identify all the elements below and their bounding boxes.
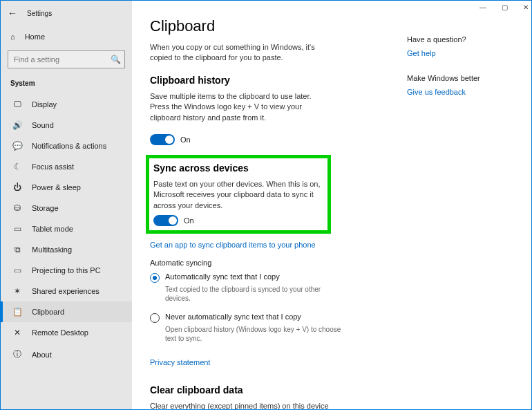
sidebar-item-label: Display xyxy=(32,100,57,109)
radio-auto-label: Automatically sync text that I copy xyxy=(165,272,280,281)
sidebar-item-label: Tablet mode xyxy=(32,225,73,233)
history-heading: Clipboard history xyxy=(150,75,393,86)
aside: Have a question? Get help Make Windows b… xyxy=(407,1,531,409)
sidebar-item-label: Notifications & actions xyxy=(32,142,106,150)
sidebar-item-display[interactable]: 🖵Display xyxy=(1,94,132,115)
radio-never-label: Never automatically sync text that I cop… xyxy=(165,313,301,321)
search-icon: 🔍 xyxy=(111,55,121,64)
autosync-heading: Automatic syncing xyxy=(150,259,393,267)
page-title: Clipboard xyxy=(150,17,393,35)
clear-heading: Clear clipboard data xyxy=(150,384,393,395)
nav-icon: ⛁ xyxy=(12,203,22,213)
better-heading: Make Windows better xyxy=(407,74,524,82)
sidebar-item-clipboard[interactable]: 📋Clipboard xyxy=(1,301,132,322)
back-button[interactable]: ← xyxy=(8,8,17,19)
sidebar-item-label: Remote Desktop xyxy=(32,328,88,337)
sidebar-item-label: Sound xyxy=(32,121,54,129)
sidebar-item-notifications-actions[interactable]: 💬Notifications & actions xyxy=(1,136,132,156)
search-box[interactable]: 🔍 xyxy=(8,50,125,68)
minimize-button[interactable]: — xyxy=(479,3,486,11)
nav-icon: ⏻ xyxy=(12,183,22,192)
sidebar-item-focus-assist[interactable]: ☾Focus assist xyxy=(1,156,132,177)
sync-heading: Sync across devices xyxy=(153,162,323,174)
sync-highlight: Sync across devices Paste text on your o… xyxy=(146,155,331,234)
radio-auto-sub: Text copied to the clipboard is synced t… xyxy=(165,285,345,303)
sidebar-item-shared-experiences[interactable]: ✶Shared experiences xyxy=(1,281,132,301)
history-toggle[interactable] xyxy=(150,134,175,145)
main-content: Clipboard When you copy or cut something… xyxy=(132,1,407,409)
sidebar-item-power-sleep[interactable]: ⏻Power & sleep xyxy=(1,177,132,198)
sync-toggle-label: On xyxy=(184,216,194,225)
sync-app-link[interactable]: Get an app to sync clipboard items to yo… xyxy=(150,241,316,249)
history-desc: Save multiple items to the clipboard to … xyxy=(150,91,330,123)
radio-auto-sync[interactable]: Automatically sync text that I copy xyxy=(150,272,393,283)
feedback-link[interactable]: Give us feedback xyxy=(407,88,524,96)
page-intro: When you copy or cut something in Window… xyxy=(150,42,330,64)
sidebar-item-storage[interactable]: ⛁Storage xyxy=(1,198,132,218)
sidebar-item-label: Shared experiences xyxy=(32,287,99,295)
sidebar-item-multitasking[interactable]: ⧉Multitasking xyxy=(1,239,132,260)
clear-desc: Clear everything (except pinned items) o… xyxy=(150,401,330,409)
nav-icon: 💬 xyxy=(12,141,22,151)
window-title: Settings xyxy=(27,10,52,17)
radio-never-sync[interactable]: Never automatically sync text that I cop… xyxy=(150,313,393,323)
history-toggle-label: On xyxy=(180,136,191,144)
nav-icon: 🔊 xyxy=(12,120,22,130)
sidebar-item-label: Storage xyxy=(32,204,59,212)
sidebar-item-remote-desktop[interactable]: ✕Remote Desktop xyxy=(1,322,132,343)
nav-icon: ⧉ xyxy=(12,245,22,254)
section-label: System xyxy=(1,75,132,94)
sidebar-item-tablet-mode[interactable]: ▭Tablet mode xyxy=(1,218,132,239)
nav-icon: ⓘ xyxy=(12,348,22,360)
nav-icon: ▭ xyxy=(12,265,22,275)
sidebar-item-projecting-to-this-pc[interactable]: ▭Projecting to this PC xyxy=(1,260,132,281)
sidebar-item-label: Power & sleep xyxy=(32,183,81,192)
sidebar-item-label: Projecting to this PC xyxy=(32,266,101,274)
radio-never-sub: Open clipboard history (Windows logo key… xyxy=(165,325,345,343)
sync-desc: Paste text on your other devices. When t… xyxy=(153,179,323,211)
nav-icon: ☾ xyxy=(12,162,22,171)
home-icon: ⌂ xyxy=(10,32,15,41)
nav-icon: 🖵 xyxy=(12,100,22,109)
sidebar-item-label: Focus assist xyxy=(32,162,74,171)
search-input[interactable] xyxy=(8,50,125,68)
get-help-link[interactable]: Get help xyxy=(407,49,524,57)
sidebar-item-sound[interactable]: 🔊Sound xyxy=(1,115,132,136)
sidebar-item-label: Clipboard xyxy=(32,308,64,316)
privacy-link[interactable]: Privacy statement xyxy=(150,358,210,366)
sidebar-item-label: About xyxy=(32,351,52,359)
radio-bullet-icon xyxy=(150,273,160,283)
sidebar-item-label: Multitasking xyxy=(32,245,72,254)
maximize-button[interactable]: ▢ xyxy=(502,3,508,11)
radio-bullet-icon xyxy=(150,313,160,323)
sync-toggle[interactable] xyxy=(153,215,178,226)
sidebar: ← Settings ⌂ Home 🔍 System 🖵Display🔊Soun… xyxy=(1,1,132,409)
home-label: Home xyxy=(25,32,45,41)
close-button[interactable]: ✕ xyxy=(523,3,529,11)
nav-icon: ✕ xyxy=(12,328,22,337)
question-heading: Have a question? xyxy=(407,35,524,44)
sidebar-item-about[interactable]: ⓘAbout xyxy=(1,343,132,366)
nav-icon: 📋 xyxy=(12,307,22,317)
home-nav[interactable]: ⌂ Home xyxy=(1,26,132,48)
nav-icon: ✶ xyxy=(12,286,22,296)
nav-icon: ▭ xyxy=(12,224,22,234)
